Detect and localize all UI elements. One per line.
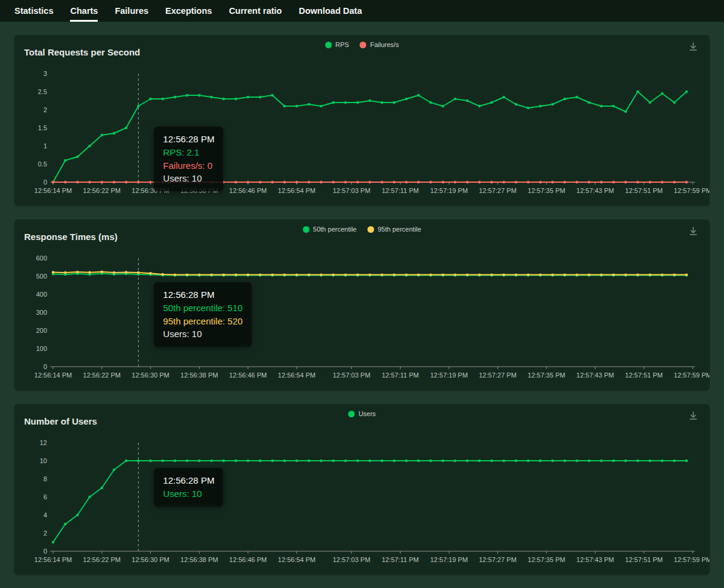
top-navigation: StatisticsChartsFailuresExceptionsCurren… — [0, 0, 724, 22]
rps-chart-panel: Total Requests per Second RPSFailures/s … — [14, 35, 710, 206]
svg-text:12:57:27 PM: 12:57:27 PM — [479, 187, 516, 194]
users-chart-panel: Number of Users Users 02468101212:56:14 … — [14, 404, 710, 575]
y-axis: 00.511.522.53 — [38, 70, 47, 186]
svg-text:10: 10 — [40, 457, 47, 464]
x-axis: 12:56:14 PM12:56:22 PM12:56:30 PM12:56:3… — [34, 551, 710, 563]
svg-text:6: 6 — [43, 493, 47, 501]
svg-text:12:57:35 PM: 12:57:35 PM — [528, 371, 565, 379]
svg-text:12:57:35 PM: 12:57:35 PM — [528, 187, 565, 194]
download-chart-icon[interactable] — [688, 226, 700, 238]
svg-text:12:57:27 PM: 12:57:27 PM — [479, 556, 516, 563]
svg-text:3: 3 — [43, 70, 47, 77]
legend-item-rps[interactable]: RPS — [325, 41, 349, 48]
svg-text:12:56:46 PM: 12:56:46 PM — [229, 187, 267, 194]
svg-text:12:57:03 PM: 12:57:03 PM — [332, 556, 370, 563]
panel-header: Number of Users Users — [14, 404, 710, 433]
legend-label: 95th percentile — [378, 226, 421, 233]
svg-text:8: 8 — [43, 475, 47, 482]
svg-text:12:57:59 PM: 12:57:59 PM — [674, 556, 710, 563]
svg-text:12:57:51 PM: 12:57:51 PM — [625, 371, 662, 379]
svg-text:12:56:46 PM: 12:56:46 PM — [229, 556, 267, 563]
nav-tab-exceptions[interactable]: Exceptions — [165, 0, 212, 22]
svg-text:300: 300 — [36, 309, 47, 316]
svg-text:12:57:59 PM: 12:57:59 PM — [674, 371, 710, 379]
svg-text:2.5: 2.5 — [38, 88, 47, 95]
nav-tab-download-data[interactable]: Download Data — [299, 0, 362, 22]
svg-text:100: 100 — [36, 345, 47, 352]
legend-item-failures-s[interactable]: Failures/s — [360, 41, 399, 48]
svg-text:1: 1 — [43, 142, 47, 150]
y-axis: 0100200300400500600 — [36, 254, 47, 370]
svg-text:0: 0 — [43, 179, 47, 186]
svg-text:12:56:30 PM: 12:56:30 PM — [132, 371, 169, 379]
series-rps — [52, 90, 688, 183]
legend-dot-icon — [348, 411, 355, 417]
panel-header: Total Requests per Second RPSFailures/s — [14, 35, 710, 64]
svg-text:12:56:38 PM: 12:56:38 PM — [180, 371, 218, 379]
svg-text:12:57:19 PM: 12:57:19 PM — [430, 556, 468, 563]
y-axis: 024681012 — [40, 439, 47, 555]
svg-text:12:56:30 PM: 12:56:30 PM — [132, 556, 169, 563]
series-failures-s — [52, 181, 688, 183]
nav-tab-statistics[interactable]: Statistics — [14, 0, 53, 22]
svg-text:12:57:03 PM: 12:57:03 PM — [332, 371, 370, 379]
chart-legend: RPSFailures/s — [14, 41, 710, 48]
svg-text:12:56:54 PM: 12:56:54 PM — [278, 371, 316, 379]
svg-text:2: 2 — [43, 530, 47, 537]
legend-label: 50th percentile — [313, 226, 357, 233]
svg-text:12:56:30 PM: 12:56:30 PM — [132, 187, 169, 194]
legend-label: RPS — [335, 41, 349, 48]
svg-text:12:56:46 PM: 12:56:46 PM — [229, 371, 267, 379]
svg-text:12:56:14 PM: 12:56:14 PM — [34, 556, 72, 563]
svg-text:12:57:27 PM: 12:57:27 PM — [479, 371, 516, 379]
svg-text:12: 12 — [40, 439, 47, 446]
chart-canvas-2[interactable]: 02468101212:56:14 PM12:56:22 PM12:56:30 … — [14, 433, 710, 571]
svg-text:12:56:38 PM: 12:56:38 PM — [180, 556, 218, 563]
svg-text:12:57:51 PM: 12:57:51 PM — [625, 187, 662, 194]
svg-text:12:56:14 PM: 12:56:14 PM — [34, 187, 72, 194]
svg-text:12:57:19 PM: 12:57:19 PM — [430, 187, 468, 194]
svg-text:12:56:22 PM: 12:56:22 PM — [83, 187, 121, 194]
nav-tab-current-ratio[interactable]: Current ratio — [229, 0, 282, 22]
svg-text:12:56:22 PM: 12:56:22 PM — [83, 371, 121, 379]
charts-page: Total Requests per Second RPSFailures/s … — [0, 22, 724, 575]
svg-text:12:56:54 PM: 12:56:54 PM — [278, 556, 316, 563]
svg-text:12:56:22 PM: 12:56:22 PM — [83, 556, 121, 563]
panel-header: Response Times (ms) 50th percentile95th … — [14, 220, 710, 248]
nav-tab-failures[interactable]: Failures — [115, 0, 148, 22]
response-times-chart-panel: Response Times (ms) 50th percentile95th … — [14, 220, 710, 390]
chart-title: Total Requests per Second — [24, 47, 140, 57]
legend-dot-icon — [367, 226, 374, 233]
download-chart-icon[interactable] — [688, 410, 700, 422]
svg-text:12:56:54 PM: 12:56:54 PM — [278, 187, 316, 194]
legend-dot-icon — [303, 226, 310, 233]
series-95th-percentile — [52, 271, 688, 276]
chart-canvas-0[interactable]: 00.511.522.5312:56:14 PM12:56:22 PM12:56… — [14, 64, 710, 201]
chart-title: Number of Users — [24, 416, 97, 426]
svg-text:12:57:43 PM: 12:57:43 PM — [576, 556, 614, 563]
svg-text:1.5: 1.5 — [38, 124, 47, 131]
legend-dot-icon — [325, 42, 332, 48]
svg-text:0: 0 — [43, 363, 47, 370]
legend-label: Failures/s — [370, 41, 399, 48]
download-chart-icon[interactable] — [688, 41, 700, 53]
legend-item-95th-percentile[interactable]: 95th percentile — [367, 226, 421, 233]
nav-tab-charts[interactable]: Charts — [70, 0, 98, 22]
x-axis: 12:56:14 PM12:56:22 PM12:56:30 PM12:56:3… — [34, 367, 710, 379]
chart-title: Response Times (ms) — [24, 232, 118, 242]
svg-text:12:56:14 PM: 12:56:14 PM — [34, 371, 72, 379]
svg-text:12:57:11 PM: 12:57:11 PM — [382, 371, 419, 379]
svg-text:12:57:03 PM: 12:57:03 PM — [332, 187, 370, 194]
svg-text:600: 600 — [36, 254, 47, 262]
svg-text:12:57:19 PM: 12:57:19 PM — [430, 371, 468, 379]
svg-text:12:57:59 PM: 12:57:59 PM — [674, 187, 710, 194]
svg-text:2: 2 — [43, 106, 47, 113]
svg-text:200: 200 — [36, 327, 47, 334]
legend-item-users[interactable]: Users — [348, 410, 376, 417]
legend-item-50th-percentile[interactable]: 50th percentile — [303, 226, 357, 233]
svg-text:12:56:38 PM: 12:56:38 PM — [180, 187, 218, 194]
chart-canvas-1[interactable]: 010020030040050060012:56:14 PM12:56:22 P… — [14, 248, 710, 386]
svg-text:500: 500 — [36, 273, 47, 280]
svg-text:12:57:43 PM: 12:57:43 PM — [576, 187, 614, 194]
svg-text:400: 400 — [36, 291, 47, 298]
